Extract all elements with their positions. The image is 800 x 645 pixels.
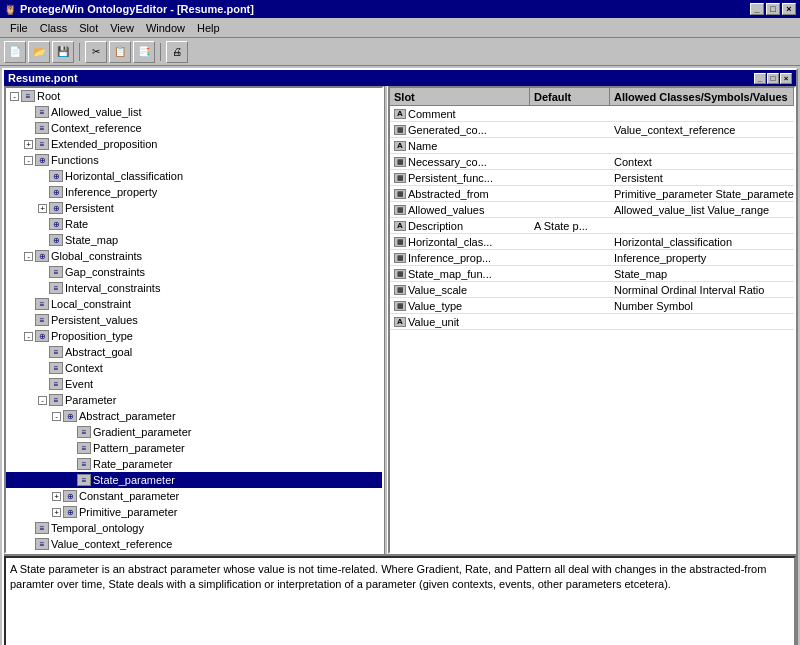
menu-file[interactable]: File [4, 20, 34, 36]
default-col-header: Default [530, 88, 610, 105]
inner-close-button[interactable]: × [780, 73, 792, 84]
tree-node-global_constraints[interactable]: ⊕Global_constraints [6, 248, 382, 264]
menu-slot[interactable]: Slot [73, 20, 104, 36]
slot-cell-name: ▦Inference_prop... [390, 252, 530, 264]
slot-icon-grid: ▦ [394, 301, 406, 311]
tree-icon-class: ≡ [77, 442, 91, 454]
expander-expanded[interactable] [24, 252, 33, 261]
slot-row[interactable]: ▦Persistent_func...Persistent [390, 170, 794, 186]
slot-cell-allowed: Horizontal_classification [610, 236, 794, 248]
tree-node-value_context_reference[interactable]: ≡Value_context_reference [6, 536, 382, 552]
tree-node-persistent_values[interactable]: ≡Persistent_values [6, 312, 382, 328]
toolbar-paste[interactable]: 📑 [133, 41, 155, 63]
tree-node-functions[interactable]: ⊕Functions [6, 152, 382, 168]
slot-icon-grid: ▦ [394, 285, 406, 295]
toolbar-save[interactable]: 💾 [52, 41, 74, 63]
tree-node-extended_proposition[interactable]: ≡Extended_proposition [6, 136, 382, 152]
tree-node-interval_constraints[interactable]: ≡Interval_constraints [6, 280, 382, 296]
menu-window[interactable]: Window [140, 20, 191, 36]
tree-node-pattern_parameter[interactable]: ≡Pattern_parameter [6, 440, 382, 456]
slot-row[interactable]: ▦Generated_co...Value_context_reference [390, 122, 794, 138]
tree-node-state_parameter[interactable]: ≡State_parameter [6, 472, 382, 488]
tree-label: Allowed_value_list [51, 106, 142, 118]
slot-cell-name: ▦Generated_co... [390, 124, 530, 136]
tree-label: Value_context_reference [51, 538, 173, 550]
expander-expanded[interactable] [52, 412, 61, 421]
inner-minimize-button[interactable]: _ [754, 73, 766, 84]
expander-collapsed[interactable] [52, 492, 61, 501]
tree-icon-class: ≡ [35, 106, 49, 118]
slot-cell-name: ▦Value_scale [390, 284, 530, 296]
tree-icon-class: ≡ [35, 314, 49, 326]
toolbar-open[interactable]: 📂 [28, 41, 50, 63]
slot-icon-text: A [394, 221, 406, 231]
tree-node-root[interactable]: ≡Root [6, 88, 382, 104]
tree-node-abstract_goal[interactable]: ≡Abstract_goal [6, 344, 382, 360]
tree-node-event[interactable]: ≡Event [6, 376, 382, 392]
tree-node-temporal_ontology[interactable]: ≡Temporal_ontology [6, 520, 382, 536]
slot-row[interactable]: AName [390, 138, 794, 154]
tree-node-proposition_type[interactable]: ⊕Proposition_type [6, 328, 382, 344]
slot-icon-grid: ▦ [394, 173, 406, 183]
expander-expanded[interactable] [38, 396, 47, 405]
toolbar-print[interactable]: 🖨 [166, 41, 188, 63]
tree-node-persistent[interactable]: ⊕Persistent [6, 200, 382, 216]
expander-collapsed[interactable] [24, 140, 33, 149]
slot-row[interactable]: ▦Allowed_valuesAllowed_value_list Value_… [390, 202, 794, 218]
tree-label: Gradient_parameter [93, 426, 191, 438]
tree-label: Temporal_ontology [51, 522, 144, 534]
tree-node-allowed_value_list[interactable]: ≡Allowed_value_list [6, 104, 382, 120]
expander-expanded[interactable] [10, 92, 19, 101]
description-area: A State parameter is an abstract paramet… [4, 556, 796, 645]
slot-row[interactable]: ▦Necessary_co...Context [390, 154, 794, 170]
tree-node-inference_property[interactable]: ⊕Inference_property [6, 184, 382, 200]
slot-row[interactable]: ▦Value_typeNumber Symbol [390, 298, 794, 314]
menu-class[interactable]: Class [34, 20, 74, 36]
tree-node-abstract_parameter[interactable]: ⊕Abstract_parameter [6, 408, 382, 424]
bottom-area: A State parameter is an abstract paramet… [4, 554, 796, 645]
tree-node-state_map[interactable]: ⊕State_map [6, 232, 382, 248]
slot-row[interactable]: ▦Abstracted_fromPrimitive_parameter Stat… [390, 186, 794, 202]
tree-icon-class: ≡ [35, 522, 49, 534]
slot-row[interactable]: ▦State_map_fun...State_map [390, 266, 794, 282]
tree-node-context[interactable]: ≡Context [6, 360, 382, 376]
slot-row[interactable]: ▦Inference_prop...Inference_property [390, 250, 794, 266]
slot-icon-grid: ▦ [394, 253, 406, 263]
slot-row[interactable]: AValue_unit [390, 314, 794, 330]
slot-panel: Slot Default Allowed Classes/Symbols/Val… [388, 86, 796, 554]
maximize-button[interactable]: □ [766, 3, 780, 15]
tree-node-constant_parameter[interactable]: ⊕Constant_parameter [6, 488, 382, 504]
tree-node-parameter[interactable]: ≡Parameter [6, 392, 382, 408]
slot-row[interactable]: ▦Value_scaleNorminal Ordinal Interval Ra… [390, 282, 794, 298]
tree-node-gradient_parameter[interactable]: ≡Gradient_parameter [6, 424, 382, 440]
slot-row[interactable]: AComment [390, 106, 794, 122]
toolbar-cut[interactable]: ✂ [85, 41, 107, 63]
slot-row[interactable]: ADescriptionA State p... [390, 218, 794, 234]
expander-collapsed[interactable] [38, 204, 47, 213]
tree-node-gap_constraints[interactable]: ≡Gap_constraints [6, 264, 382, 280]
menu-help[interactable]: Help [191, 20, 226, 36]
tree-node-rate_parameter[interactable]: ≡Rate_parameter [6, 456, 382, 472]
menu-view[interactable]: View [104, 20, 140, 36]
toolbar-copy[interactable]: 📋 [109, 41, 131, 63]
tree-node-horizontal_classification[interactable]: ⊕Horizontal_classification [6, 168, 382, 184]
toolbar-new[interactable]: 📄 [4, 41, 26, 63]
tree-node-primitive_parameter[interactable]: ⊕Primitive_parameter [6, 504, 382, 520]
tree-node-context_reference[interactable]: ≡Context_reference [6, 120, 382, 136]
close-button[interactable]: × [782, 3, 796, 15]
expander-collapsed[interactable] [52, 508, 61, 517]
app-icon: 🦉 [4, 4, 16, 15]
tree-icon-abstract: ⊕ [49, 170, 63, 182]
allowed-col-header: Allowed Classes/Symbols/Values [610, 88, 794, 105]
tree-icon-class: ≡ [35, 538, 49, 550]
expander-expanded[interactable] [24, 332, 33, 341]
tree-label: Gap_constraints [65, 266, 145, 278]
inner-maximize-button[interactable]: □ [767, 73, 779, 84]
slot-row[interactable]: ▦Horizontal_clas...Horizontal_classifica… [390, 234, 794, 250]
tree-node-local_constraint[interactable]: ≡Local_constraint [6, 296, 382, 312]
expander-expanded[interactable] [24, 156, 33, 165]
minimize-button[interactable]: _ [750, 3, 764, 15]
tree-label: Abstract_parameter [79, 410, 176, 422]
tree-panel[interactable]: ≡Root≡Allowed_value_list≡Context_referen… [4, 86, 384, 554]
tree-node-rate[interactable]: ⊕Rate [6, 216, 382, 232]
